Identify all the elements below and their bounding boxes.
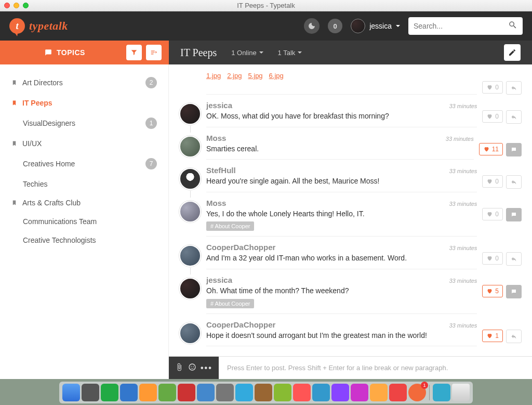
message-username[interactable]: Moss xyxy=(206,134,226,142)
speech-icon xyxy=(510,147,517,153)
topic-badge: 1 xyxy=(145,117,157,129)
reply-button[interactable] xyxy=(506,252,522,266)
dock-app-icon[interactable] xyxy=(293,384,311,401)
dock-app-icon[interactable] xyxy=(197,384,215,401)
dock-app-icon[interactable] xyxy=(158,384,176,401)
reply-button[interactable] xyxy=(506,208,522,221)
sidebar-item[interactable]: IT Peeps xyxy=(0,94,168,112)
like-button[interactable]: 5 xyxy=(482,285,503,297)
message-username[interactable]: Moss xyxy=(206,199,226,207)
main-body: Art Directors2IT PeepsVisualDesigners1UI… xyxy=(0,64,532,379)
sidebar-item[interactable]: Arts & Crafts Club xyxy=(0,193,168,212)
message-username[interactable]: StefHull xyxy=(206,166,236,175)
reply-button[interactable] xyxy=(506,110,522,124)
talk-dropdown[interactable]: 1 Talk xyxy=(278,49,302,57)
more-button[interactable]: ••• xyxy=(201,363,212,373)
dock-app-icon[interactable] xyxy=(370,384,388,401)
dock-app-icon[interactable]: 1 xyxy=(408,384,426,401)
dock-app-icon[interactable] xyxy=(216,384,234,401)
online-dropdown[interactable]: 1 Online xyxy=(231,49,263,57)
sort-button[interactable] xyxy=(146,45,162,60)
attachment-link[interactable]: 6.jpg xyxy=(269,72,284,80)
dock-area: 1 xyxy=(0,379,532,405)
app-logo[interactable]: t typetalk xyxy=(9,18,68,34)
message-tag[interactable]: # About Cooper xyxy=(206,299,254,308)
notif-count-badge[interactable]: 0 xyxy=(328,19,342,33)
activity-icon-button[interactable] xyxy=(304,18,320,34)
dock-app-icon[interactable] xyxy=(82,384,99,401)
like-button[interactable]: 0 xyxy=(482,175,503,188)
like-button[interactable]: 0 xyxy=(482,252,503,265)
message-text: Smarties cereal. xyxy=(206,144,474,154)
message-avatar[interactable] xyxy=(179,322,201,344)
message-text: Hope it doesn't sound arrogant but I'm t… xyxy=(206,331,477,341)
like-button[interactable]: 11 xyxy=(479,143,503,155)
reply-button[interactable] xyxy=(506,81,522,95)
dock-app-icon[interactable] xyxy=(389,384,407,401)
attach-button[interactable] xyxy=(175,363,183,373)
like-button[interactable]: 1 xyxy=(482,330,503,342)
emoji-button[interactable] xyxy=(188,363,196,373)
reply-button[interactable] xyxy=(506,175,522,189)
message-username[interactable]: CooperDaChopper xyxy=(206,320,275,329)
reply-button[interactable] xyxy=(506,330,522,343)
composer-input[interactable] xyxy=(219,357,532,379)
dock-trash-icon[interactable] xyxy=(452,384,470,401)
dock-app-icon[interactable] xyxy=(331,384,349,401)
message-tag[interactable]: # About Cooper xyxy=(206,221,254,231)
chevron-down-icon xyxy=(259,51,263,56)
message-username[interactable]: jessica xyxy=(206,276,232,284)
dock-app-icon[interactable] xyxy=(139,384,157,401)
bookmark-icon xyxy=(11,99,17,107)
message-avatar[interactable] xyxy=(179,201,201,223)
sidebar-item[interactable]: UI/UX xyxy=(0,134,168,153)
dock: 1 xyxy=(59,382,473,403)
like-button[interactable]: 0 xyxy=(482,110,503,123)
compose-button[interactable] xyxy=(504,44,521,61)
dock-app-icon[interactable] xyxy=(120,384,138,401)
dock-app-icon[interactable] xyxy=(62,384,80,401)
dock-app-icon[interactable] xyxy=(351,384,368,401)
sidebar-item[interactable]: Communications Team xyxy=(0,212,168,231)
conversation-title: IT Peeps xyxy=(180,47,217,59)
sidebar-item[interactable]: Techies xyxy=(0,175,168,193)
sidebar-item[interactable]: Creatives Home7 xyxy=(0,153,168,175)
filter-button[interactable] xyxy=(126,45,142,60)
attachment-link[interactable]: 5.jpg xyxy=(248,72,262,80)
sidebar-item-label: Arts & Crafts Club xyxy=(22,199,81,207)
search-box[interactable] xyxy=(408,17,523,35)
user-menu[interactable]: jessica xyxy=(351,19,400,33)
sidebar-item[interactable]: VisualDesigners1 xyxy=(0,112,168,134)
message-row: 1.jpg2.jpg5.jpg6.jpg 0 xyxy=(174,69,522,98)
like-button[interactable]: 0 xyxy=(482,81,503,94)
search-icon[interactable] xyxy=(508,20,517,32)
message-avatar[interactable] xyxy=(179,103,201,125)
message-username[interactable]: CooperDaChopper xyxy=(206,243,275,252)
search-input[interactable] xyxy=(414,22,508,30)
attachment-link[interactable]: 1.jpg xyxy=(206,72,221,80)
window-title: IT Peeps - Typetalk xyxy=(0,2,532,9)
reply-button[interactable] xyxy=(506,143,522,156)
user-name-label: jessica xyxy=(369,22,392,30)
sidebar-item[interactable]: Art Directors2 xyxy=(0,72,168,94)
dock-app-icon[interactable] xyxy=(178,384,195,401)
attachment-link[interactable]: 2.jpg xyxy=(227,72,242,80)
reply-button[interactable] xyxy=(506,285,522,298)
message-avatar[interactable] xyxy=(179,245,201,267)
smile-icon xyxy=(188,363,196,371)
pencil-icon xyxy=(508,48,516,57)
sidebar-item-label: Techies xyxy=(23,180,47,188)
dock-app-icon[interactable] xyxy=(312,384,330,401)
dock-app-icon[interactable] xyxy=(235,384,253,401)
sidebar-item[interactable]: Creative Technologists xyxy=(0,231,168,250)
message-avatar[interactable] xyxy=(179,168,201,190)
message-avatar[interactable] xyxy=(179,278,201,299)
message-username[interactable]: jessica xyxy=(206,101,232,110)
dock-app-icon[interactable] xyxy=(255,384,272,401)
dock-app-icon[interactable] xyxy=(101,384,118,401)
message-avatar[interactable] xyxy=(179,136,201,158)
dock-app-icon[interactable] xyxy=(274,384,291,401)
dock-app-icon[interactable] xyxy=(433,384,450,401)
message-row: jessica33 minutesOK. Moss, what did you … xyxy=(174,98,522,130)
like-button[interactable]: 0 xyxy=(482,208,503,220)
